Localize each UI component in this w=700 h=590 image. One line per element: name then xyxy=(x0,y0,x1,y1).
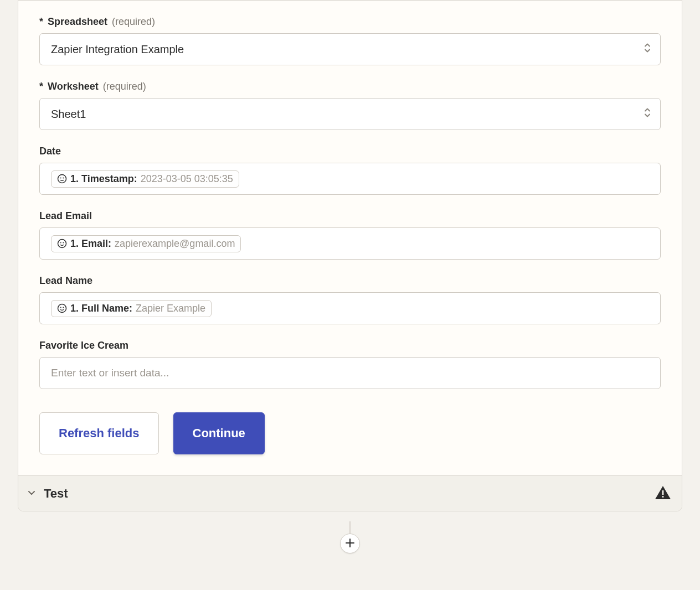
svg-rect-10 xyxy=(662,496,664,498)
continue-button[interactable]: Continue xyxy=(173,412,265,454)
data-pill[interactable]: 1. Email: zapierexample@gmail.com xyxy=(51,235,241,252)
pill-label: 1. Timestamp: xyxy=(70,173,137,185)
field-date: Date 1. Timestamp: 2023-03-05 03:05:35 xyxy=(39,146,661,195)
field-worksheet: * Worksheet (required) Sheet1 xyxy=(39,81,661,130)
lead-name-input[interactable]: 1. Full Name: Zapier Example xyxy=(39,292,661,324)
svg-point-7 xyxy=(60,307,61,308)
svg-point-2 xyxy=(63,178,64,179)
warning-icon xyxy=(654,485,672,503)
step-editor-card: * Spreadsheet (required) Zapier Integrat… xyxy=(18,0,682,511)
input-placeholder: Enter text or insert data... xyxy=(51,367,169,379)
button-label: Continue xyxy=(193,426,245,441)
field-label-spreadsheet: * Spreadsheet (required) xyxy=(39,16,661,28)
label-text: Lead Name xyxy=(39,275,92,287)
svg-point-6 xyxy=(58,304,66,313)
add-step-button[interactable] xyxy=(340,534,360,553)
required-text: (required) xyxy=(112,16,155,28)
svg-point-5 xyxy=(63,242,64,244)
required-text: (required) xyxy=(103,81,146,92)
label-text: Lead Email xyxy=(39,210,92,222)
field-label-lead-name: Lead Name xyxy=(39,275,661,287)
plus-icon xyxy=(345,536,355,551)
field-label-worksheet: * Worksheet (required) xyxy=(39,81,661,92)
test-section-header[interactable]: Test xyxy=(18,475,682,511)
pill-label: 1. Email: xyxy=(70,238,111,250)
field-spreadsheet: * Spreadsheet (required) Zapier Integrat… xyxy=(39,16,661,65)
mailchimp-icon xyxy=(57,239,67,249)
svg-point-1 xyxy=(60,178,61,179)
chevron-up-down-icon xyxy=(644,107,651,121)
form-section: * Spreadsheet (required) Zapier Integrat… xyxy=(18,16,682,475)
test-left: Test xyxy=(26,487,68,501)
field-label-favorite-ice-cream: Favorite Ice Cream xyxy=(39,340,661,351)
data-pill[interactable]: 1. Full Name: Zapier Example xyxy=(51,300,212,317)
refresh-fields-button[interactable]: Refresh fields xyxy=(39,412,159,454)
select-value: Sheet1 xyxy=(51,108,86,121)
field-lead-name: Lead Name 1. Full Name: Zapier Example xyxy=(39,275,661,324)
svg-point-3 xyxy=(58,240,66,248)
date-input[interactable]: 1. Timestamp: 2023-03-05 03:05:35 xyxy=(39,163,661,195)
svg-point-4 xyxy=(60,242,61,244)
connector-line xyxy=(349,521,351,535)
field-lead-email: Lead Email 1. Email: zapierexample@gmail… xyxy=(39,210,661,260)
field-label-lead-email: Lead Email xyxy=(39,210,661,222)
button-label: Refresh fields xyxy=(59,426,140,441)
label-text: Worksheet xyxy=(48,81,99,92)
mailchimp-icon xyxy=(57,174,67,184)
chevron-down-icon xyxy=(26,487,37,500)
required-star: * xyxy=(39,16,43,28)
label-text: Spreadsheet xyxy=(48,16,107,28)
pill-label: 1. Full Name: xyxy=(70,303,132,314)
pill-value: 2023-03-05 03:05:35 xyxy=(141,173,233,185)
required-star: * xyxy=(39,81,43,92)
worksheet-select[interactable]: Sheet1 xyxy=(39,98,661,130)
field-favorite-ice-cream: Favorite Ice Cream Enter text or insert … xyxy=(39,340,661,389)
svg-rect-9 xyxy=(662,490,664,495)
pill-value: Zapier Example xyxy=(136,303,205,314)
label-text: Date xyxy=(39,146,61,157)
favorite-ice-cream-input[interactable]: Enter text or insert data... xyxy=(39,357,661,389)
select-value: Zapier Integration Example xyxy=(51,43,184,56)
data-pill[interactable]: 1. Timestamp: 2023-03-05 03:05:35 xyxy=(51,170,239,188)
button-row: Refresh fields Continue xyxy=(39,412,661,454)
field-label-date: Date xyxy=(39,146,661,157)
mailchimp-icon xyxy=(57,303,67,313)
lead-email-input[interactable]: 1. Email: zapierexample@gmail.com xyxy=(39,227,661,260)
spreadsheet-select[interactable]: Zapier Integration Example xyxy=(39,33,661,65)
test-title: Test xyxy=(44,487,68,501)
svg-point-0 xyxy=(58,175,66,183)
chevron-up-down-icon xyxy=(644,43,651,56)
svg-point-8 xyxy=(63,307,64,308)
pill-value: zapierexample@gmail.com xyxy=(115,238,235,250)
label-text: Favorite Ice Cream xyxy=(39,340,128,351)
